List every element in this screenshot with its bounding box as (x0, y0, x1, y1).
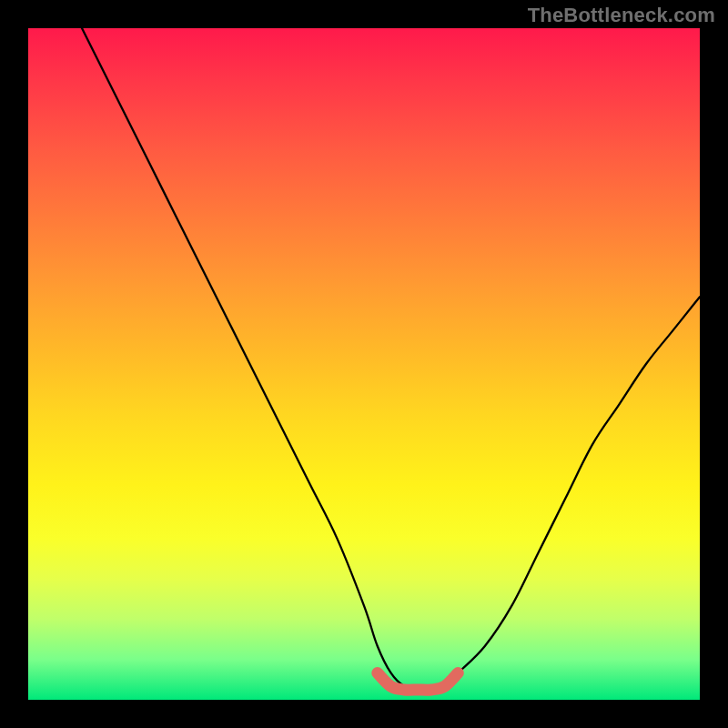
chart-frame: TheBottleneck.com (0, 0, 728, 728)
plot-area (28, 28, 700, 700)
curve-layer (28, 28, 700, 700)
highlight-band (378, 672, 459, 690)
bottleneck-curve (82, 28, 700, 690)
watermark-label: TheBottleneck.com (528, 4, 715, 27)
